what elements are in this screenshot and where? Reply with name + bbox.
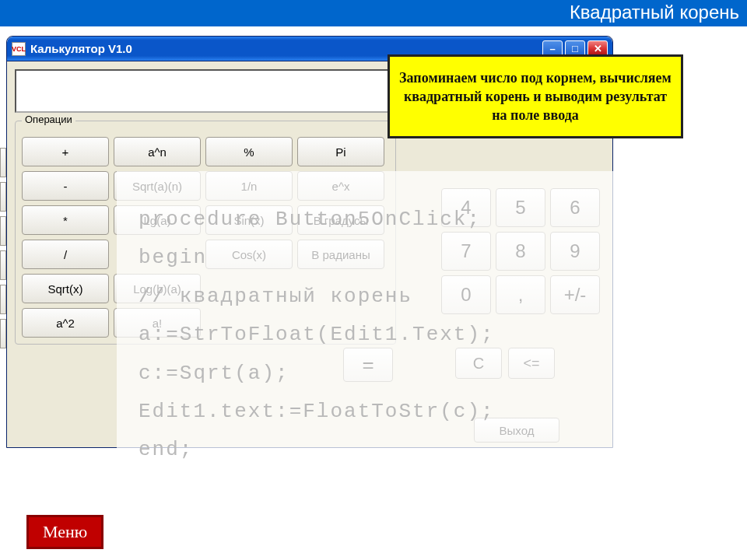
code-overlay: procedure Button5OnClick; begin // квадр… <box>139 201 495 470</box>
strip-1 <box>0 148 6 177</box>
code-line-6: Edit1.text:=FloatToStr(c); <box>139 400 495 423</box>
code-line-2: begin <box>139 246 207 269</box>
strip-6 <box>0 319 6 348</box>
window-title: Калькулятор V1.0 <box>30 42 542 55</box>
num-comma[interactable]: , <box>496 275 545 314</box>
op-nroot[interactable]: Sqrt(a)(n) <box>114 171 201 201</box>
code-line-4: a:=StrToFloat(Edit1.Text); <box>139 323 495 346</box>
strip-3 <box>0 216 6 246</box>
num-5[interactable]: 5 <box>496 188 545 227</box>
strip-4 <box>0 250 6 280</box>
op-recip[interactable]: 1/n <box>205 171 293 201</box>
code-line-3: // квадратный корень <box>139 285 412 308</box>
num-6[interactable]: 6 <box>550 188 600 227</box>
operations-legend: Операции <box>22 114 75 125</box>
side-strip <box>0 148 8 350</box>
num-sign[interactable]: +/- <box>550 275 600 314</box>
code-line-7: end; <box>139 438 193 461</box>
backspace-button[interactable]: <= <box>508 348 555 379</box>
op-percent[interactable]: % <box>205 137 293 166</box>
op-plus[interactable]: + <box>22 137 109 166</box>
num-8[interactable]: 8 <box>496 232 545 271</box>
strip-5 <box>0 285 6 314</box>
op-divide[interactable]: / <box>22 240 109 269</box>
code-line-5: c:=Sqrt(a); <box>139 362 289 385</box>
code-line-1: procedure Button5OnClick; <box>139 208 481 231</box>
op-multiply[interactable]: * <box>22 205 109 235</box>
slide-header: Квадратный корень <box>0 0 747 26</box>
op-pi[interactable]: Pi <box>297 137 384 166</box>
op-square[interactable]: a^2 <box>22 308 109 338</box>
op-ex[interactable]: e^x <box>297 171 384 201</box>
menu-button[interactable]: Меню <box>26 515 103 549</box>
op-sqrt[interactable]: Sqrt(x) <box>22 274 109 303</box>
op-minus[interactable]: - <box>22 171 109 201</box>
app-icon: VCL <box>12 42 26 56</box>
num-9[interactable]: 9 <box>550 232 600 271</box>
callout-box: Запоминаем число под корнем, вычисляем к… <box>388 54 683 138</box>
strip-2 <box>0 182 6 212</box>
op-power-an[interactable]: a^n <box>114 137 201 166</box>
